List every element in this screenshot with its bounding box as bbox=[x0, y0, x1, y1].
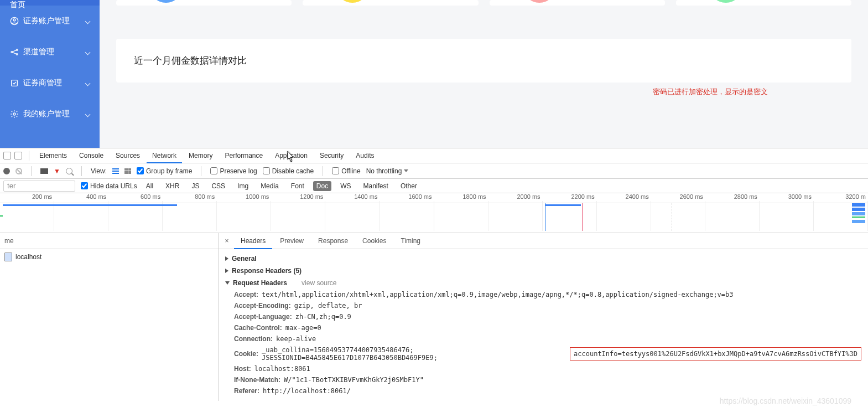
timeline-marker bbox=[672, 203, 672, 231]
watermark: https://blog.csdn.net/weixin_43601099 bbox=[720, 396, 851, 405]
timeline-tick: 3200 m bbox=[814, 193, 868, 203]
section-request-headers[interactable]: Request Headersview source bbox=[219, 277, 868, 289]
request-name: localhost bbox=[15, 253, 41, 261]
throttling-select[interactable]: No throttling bbox=[366, 167, 409, 175]
sidebar-item-channel[interactable]: 渠道管理 bbox=[0, 37, 100, 68]
timeline-tick: 1000 ms bbox=[217, 193, 271, 203]
chevron-down-icon bbox=[85, 111, 91, 117]
timeline-bar bbox=[545, 204, 581, 206]
header-row: Accept-Encoding:gzip, deflate, br bbox=[219, 300, 868, 311]
chip-doc[interactable]: Doc bbox=[313, 181, 331, 191]
svg-point-1 bbox=[13, 19, 15, 21]
sidebar-item-securities-account[interactable]: 证券账户管理 bbox=[0, 6, 100, 37]
chip-img[interactable]: Img bbox=[234, 181, 252, 191]
timeline-ticks: 200 ms400 ms600 ms800 ms1000 ms1200 ms14… bbox=[0, 193, 868, 203]
header-row: Connection:keep-alive bbox=[219, 333, 868, 344]
timeline-tick: 1200 ms bbox=[271, 193, 325, 203]
request-row[interactable]: localhost bbox=[0, 249, 218, 265]
header-row: Accept:text/html,application/xhtml+xml,a… bbox=[219, 289, 868, 300]
sidebar-item-my-account[interactable]: 我的账户管理 bbox=[0, 99, 100, 130]
devtools-tab-bar: Elements Console Sources Network Memory … bbox=[0, 148, 868, 163]
tab-audits[interactable]: Audits bbox=[350, 148, 380, 163]
separator bbox=[201, 166, 201, 176]
search-icon[interactable] bbox=[66, 168, 72, 174]
chip-xhr[interactable]: XHR bbox=[162, 181, 183, 191]
offline-checkbox[interactable]: Offline bbox=[332, 167, 360, 175]
disable-cache-checkbox[interactable]: Disable cache bbox=[263, 167, 314, 175]
tab-application[interactable]: Application bbox=[269, 148, 313, 163]
stat-circle-icon bbox=[523, 0, 556, 3]
detail-tab-timing[interactable]: Timing bbox=[394, 233, 427, 249]
timeline-tick: 600 ms bbox=[108, 193, 163, 203]
group-by-frame-checkbox[interactable]: Group by frame bbox=[137, 167, 192, 175]
preserve-log-checkbox[interactable]: Preserve log bbox=[210, 167, 257, 175]
header-row-cookie: Cookie: _uab_collina=1560495377440079354… bbox=[219, 344, 868, 363]
view-list-icon[interactable] bbox=[112, 168, 119, 174]
chip-css[interactable]: CSS bbox=[208, 181, 228, 191]
channel-icon bbox=[10, 48, 19, 56]
chevron-down-icon bbox=[85, 18, 91, 24]
filter-icon[interactable]: ▼ bbox=[54, 167, 60, 175]
chip-js[interactable]: JS bbox=[188, 181, 202, 191]
separator bbox=[29, 151, 29, 161]
chip-manifest[interactable]: Manifest bbox=[360, 181, 392, 191]
stat-card bbox=[490, 0, 665, 6]
timeline-bar bbox=[3, 204, 177, 206]
stat-card bbox=[676, 0, 851, 6]
detail-tab-response[interactable]: Response bbox=[311, 233, 355, 249]
tab-sources[interactable]: Sources bbox=[110, 148, 145, 163]
timeline-tick: 2400 ms bbox=[597, 193, 651, 203]
network-timeline[interactable]: 200 ms400 ms600 ms800 ms1000 ms1200 ms14… bbox=[0, 193, 868, 233]
tab-security[interactable]: Security bbox=[314, 148, 349, 163]
sidebar: 首页 证券账户管理 渠道管理 bbox=[0, 0, 100, 148]
sidebar-item-label: 证券账户管理 bbox=[23, 16, 70, 26]
timeline-tick: 1400 ms bbox=[325, 193, 380, 203]
chip-font[interactable]: Font bbox=[288, 181, 308, 191]
tab-memory[interactable]: Memory bbox=[183, 148, 218, 163]
view-source-link[interactable]: view source bbox=[302, 279, 336, 287]
chip-all[interactable]: All bbox=[143, 181, 157, 191]
inspect-icon[interactable] bbox=[3, 152, 11, 159]
timeline-tick: 2800 ms bbox=[705, 193, 760, 203]
device-toggle-icon[interactable] bbox=[14, 152, 22, 159]
chevron-down-icon bbox=[85, 80, 91, 86]
screenshot-icon[interactable] bbox=[40, 168, 48, 174]
close-icon[interactable]: × bbox=[221, 237, 233, 245]
devtools: Elements Console Sources Network Memory … bbox=[0, 148, 868, 401]
detail-tab-headers[interactable]: Headers bbox=[234, 233, 272, 249]
section-response-headers[interactable]: Response Headers (5) bbox=[219, 265, 868, 277]
svg-point-2 bbox=[11, 51, 13, 53]
panel-title: 近一个月佣金数据详情对比 bbox=[134, 54, 834, 67]
tab-performance[interactable]: Performance bbox=[219, 148, 268, 163]
svg-point-6 bbox=[13, 113, 15, 115]
header-row: If-None-Match:W/"1c1-TBotTXKIBVFvmKhGkY2… bbox=[219, 374, 868, 385]
section-general[interactable]: General bbox=[219, 253, 868, 265]
detail-tab-preview[interactable]: Preview bbox=[273, 233, 310, 249]
dropdown-icon bbox=[404, 169, 408, 172]
filter-input[interactable] bbox=[3, 181, 75, 192]
timeline-tick: 2200 ms bbox=[543, 193, 597, 203]
tab-elements[interactable]: Elements bbox=[34, 148, 72, 163]
header-row: Host:localhost:8061 bbox=[219, 363, 868, 374]
svg-point-4 bbox=[16, 54, 18, 55]
hide-data-urls-checkbox[interactable]: Hide data URLs bbox=[81, 182, 137, 190]
chip-media[interactable]: Media bbox=[257, 181, 282, 191]
timeline-bar bbox=[852, 220, 865, 223]
timeline-tick: 1800 ms bbox=[434, 193, 488, 203]
tab-network[interactable]: Network bbox=[147, 148, 182, 163]
tab-console[interactable]: Console bbox=[74, 148, 109, 163]
chip-ws[interactable]: WS bbox=[337, 181, 354, 191]
record-icon[interactable] bbox=[3, 168, 10, 174]
sidebar-item-home[interactable]: 首页 bbox=[0, 0, 100, 6]
timeline-tick: 2000 ms bbox=[488, 193, 543, 203]
detail-tab-cookies[interactable]: Cookies bbox=[356, 233, 393, 249]
caret-down-icon bbox=[225, 281, 230, 285]
view-grid-icon[interactable] bbox=[124, 168, 131, 174]
annotation-box: accountInfo=testyys001%26U2FsdGVkX1+bxJM… bbox=[570, 347, 861, 360]
clear-icon[interactable] bbox=[15, 168, 22, 174]
chevron-down-icon bbox=[85, 49, 91, 55]
timeline-tick: 2600 ms bbox=[651, 193, 705, 203]
sidebar-item-broker[interactable]: 证券商管理 bbox=[0, 68, 100, 99]
chip-other[interactable]: Other bbox=[397, 181, 420, 191]
timeline-marker bbox=[545, 203, 545, 231]
